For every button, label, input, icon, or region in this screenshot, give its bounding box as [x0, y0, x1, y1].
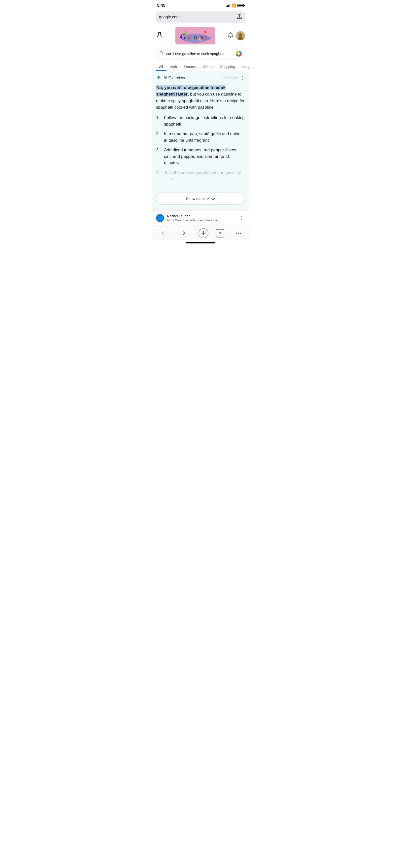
google-header: G o o g l e	[152, 25, 249, 47]
result-favicon: 🌐	[156, 214, 164, 222]
svg-text:e: e	[208, 34, 211, 41]
ai-overview-header: AI Overview Learn more ⋮	[156, 74, 245, 81]
ai-overview-section: AI Overview Learn more ⋮ No, you can't u…	[152, 71, 249, 190]
bottom-nav: 3	[152, 225, 249, 240]
signal-icon	[226, 4, 230, 7]
show-more-button[interactable]: Show more ✓	[156, 192, 245, 205]
search-bar[interactable]: can i use gasoline to cook spaghett	[156, 48, 245, 59]
show-more-label: Show more	[186, 196, 205, 201]
svg-text:l: l	[205, 34, 207, 41]
ai-text-paragraph: No, you can't use gasoline to cook spagh…	[156, 85, 245, 111]
tab-shopping[interactable]: Shopping	[217, 62, 238, 71]
search-bar-container: can i use gasoline to cook spaghett	[152, 47, 249, 62]
tab-web[interactable]: Web	[166, 62, 181, 71]
ai-list-item-1: 1. Follow the package instructions for c…	[156, 115, 245, 127]
svg-point-24	[240, 232, 241, 234]
search-tabs: All Web Forums Videos Shopping Images	[152, 62, 249, 71]
list-text-1: Follow the package instructions for cook…	[164, 115, 245, 127]
avatar[interactable]	[236, 31, 245, 40]
result-info[interactable]: Rachel Laudan https://www.rachellaudan.c…	[167, 214, 236, 222]
svg-point-16	[239, 35, 242, 38]
search-query: can i use gasoline to cook spaghett	[166, 52, 233, 56]
result-site-name: Rachel Laudan	[167, 214, 236, 218]
chevron-down-icon: ✓	[207, 196, 215, 201]
ai-learn-more-row: Learn more ⋮	[221, 75, 245, 81]
back-button[interactable]	[156, 228, 170, 238]
section-divider	[152, 209, 249, 211]
ai-list-item-3: 3. Add diced tomatoes, red pepper flakes…	[156, 147, 245, 166]
svg-text:G: G	[180, 32, 186, 41]
url-bar-container: google.com	[152, 10, 249, 25]
tab-videos[interactable]: Videos	[199, 62, 217, 71]
header-icons	[227, 31, 245, 40]
svg-point-1	[158, 35, 159, 36]
home-bar	[186, 242, 215, 243]
tab-forums[interactable]: Forums	[180, 62, 199, 71]
ai-content: No, you can't use gasoline to cook spagh…	[156, 85, 245, 182]
svg-text:g: g	[200, 33, 204, 40]
more-options-button[interactable]	[232, 230, 245, 236]
globe-icon: 🌐	[157, 215, 163, 221]
learn-more-link[interactable]: Learn more	[221, 76, 239, 80]
search-icon	[159, 51, 164, 56]
ai-overview-title: AI Overview	[163, 76, 185, 80]
status-icons: 📶	[226, 3, 244, 7]
list-number-1: 1.	[156, 115, 161, 127]
tabs-count: 3	[219, 231, 221, 235]
bell-icon[interactable]	[227, 32, 234, 39]
forward-button[interactable]	[177, 228, 191, 238]
list-number-2: 2.	[156, 131, 161, 144]
ai-more-options-icon[interactable]: ⋮	[241, 75, 245, 81]
ai-spark-icon	[156, 74, 161, 81]
url-text: google.com	[159, 15, 180, 19]
result-url: https://www.rachellaudan.com › fue...	[167, 218, 236, 222]
ai-recipe-list: 1. Follow the package instructions for c…	[156, 115, 245, 182]
svg-text:o: o	[187, 33, 191, 40]
ai-list-item-2: 2. In a separate pan, sauté garlic and o…	[156, 131, 245, 144]
svg-line-18	[162, 54, 163, 55]
share-icon[interactable]	[237, 14, 242, 20]
battery-icon	[238, 4, 244, 7]
tab-all[interactable]: All	[156, 62, 166, 71]
list-number-4: 4.	[156, 169, 161, 182]
svg-point-22	[236, 232, 237, 234]
svg-text:o: o	[193, 33, 197, 41]
list-text-4: Toss the cooked spaghetti in the gasolin…	[164, 169, 245, 182]
result-more-options-icon[interactable]: ⋮	[239, 214, 245, 222]
google-lens-icon[interactable]	[236, 51, 242, 57]
list-text-2: In a separate pan, sauté garlic and onio…	[164, 131, 245, 144]
wifi-icon: 📶	[232, 3, 236, 7]
new-tab-button[interactable]	[198, 228, 209, 238]
status-time: 5:45	[157, 3, 165, 8]
status-bar: 5:45 📶	[152, 0, 249, 10]
svg-marker-19	[156, 75, 161, 80]
svg-point-5	[204, 31, 207, 33]
show-more-container: Show more ✓	[152, 190, 249, 209]
tabs-count-button[interactable]: 3	[216, 229, 224, 238]
google-doodle[interactable]: G o o g l e	[163, 27, 227, 44]
ai-overview-title-row: AI Overview	[156, 74, 185, 81]
search-result-rachel-laudan: 🌐 Rachel Laudan https://www.rachellaudan…	[152, 211, 249, 225]
home-indicator	[152, 240, 249, 244]
list-text-3: Add diced tomatoes, red pepper flakes, s…	[164, 147, 245, 166]
lab-icon[interactable]	[156, 32, 163, 40]
url-bar[interactable]: google.com	[156, 11, 245, 23]
ai-list-item-4: 4. Toss the cooked spaghetti in the gaso…	[156, 169, 245, 182]
tab-images[interactable]: Images	[238, 62, 249, 71]
list-number-3: 3.	[156, 147, 161, 166]
svg-point-23	[238, 232, 239, 234]
